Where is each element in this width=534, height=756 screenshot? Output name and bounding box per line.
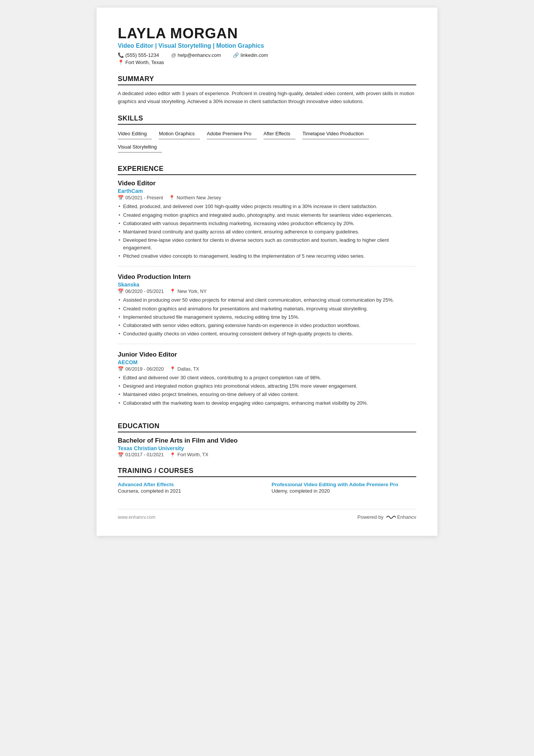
bullet-item: Assisted in producing over 50 video proj… <box>118 296 416 304</box>
jobs-container: Video Editor EarthCam 📅 05/2021 - Presen… <box>118 180 416 413</box>
linkedin-text: linkedin.com <box>240 52 268 58</box>
education-section: EDUCATION Bachelor of Fine Arts in Film … <box>118 422 416 458</box>
bullet-item: Edited and delivered over 30 client vide… <box>118 374 416 382</box>
summary-text: A dedicated video editor with 3 years of… <box>118 90 416 106</box>
phone-contact: 📞 (555) 555-1234 <box>118 52 159 58</box>
footer-brand: Powered by Enhancv <box>358 514 416 521</box>
location-icon: 📍 <box>118 59 124 65</box>
footer: www.enhancv.com Powered by Enhancv <box>118 509 416 521</box>
email-contact: @ help@enhancv.com <box>171 52 221 58</box>
phone-text: (555) 555-1234 <box>125 52 159 58</box>
bullet-item: Conducted quality checks on video conten… <box>118 330 416 338</box>
edu-location: 📍 Fort Worth, TX <box>170 452 208 458</box>
calendar-icon: 📅 <box>118 288 124 294</box>
edu-dates: 📅 01/2017 - 01/2021 <box>118 452 164 458</box>
skill-tag: Visual Storytelling <box>118 142 162 153</box>
training-section: TRAINING / COURSES Advanced After Effect… <box>118 467 416 494</box>
link-icon: 🔗 <box>233 52 239 58</box>
enhancv-icon <box>386 514 396 521</box>
experience-section: EXPERIENCE Video Editor EarthCam 📅 05/20… <box>118 165 416 413</box>
email-icon: @ <box>171 52 176 58</box>
job-dates: 📅 06/2019 - 06/2020 <box>118 366 164 372</box>
calendar-icon: 📅 <box>118 452 124 458</box>
applicant-title: Video Editor | Visual Storytelling | Mot… <box>118 42 416 49</box>
job-meta: 📅 06/2020 - 05/2021 📍 New York, NY <box>118 288 416 294</box>
calendar-icon: 📅 <box>118 195 124 200</box>
bullet-item: Maintained brand continuity and quality … <box>118 228 416 236</box>
skill-tag: Timelapse Video Production <box>302 129 369 139</box>
location-text: Fort Worth, Texas <box>125 59 164 65</box>
location-icon-job: 📍 <box>169 195 175 200</box>
skill-tag: Motion Graphics <box>159 129 200 139</box>
job-location: 📍 Northern New Jersey <box>169 195 221 200</box>
training-item: Advanced After Effects Coursera, complet… <box>118 482 262 494</box>
header: LAYLA MORGAN Video Editor | Visual Story… <box>118 26 416 66</box>
skills-title: SKILLS <box>118 114 416 125</box>
bullet-list: Edited, produced, and delivered over 100… <box>118 203 416 260</box>
bullet-list: Edited and delivered over 30 client vide… <box>118 374 416 407</box>
bullet-item: Pitched creative video concepts to manag… <box>118 252 416 260</box>
location-icon-job: 📍 <box>170 366 176 372</box>
education-title: EDUCATION <box>118 422 416 432</box>
bullet-item: Developed time-lapse video content for c… <box>118 236 416 252</box>
summary-section: SUMMARY A dedicated video editor with 3 … <box>118 75 416 106</box>
location-contact: 📍 Fort Worth, Texas <box>118 59 164 65</box>
bullet-item: Created engaging motion graphics and int… <box>118 211 416 219</box>
bullet-item: Created motion graphics and animations f… <box>118 305 416 313</box>
edu-school: Texas Christian University <box>118 445 416 451</box>
skill-tag: Adobe Premiere Pro <box>207 129 257 139</box>
skill-tag: Video Editing <box>118 129 152 139</box>
calendar-icon: 📅 <box>118 366 124 372</box>
footer-website: www.enhancv.com <box>118 515 155 520</box>
location-icon-job: 📍 <box>170 288 176 294</box>
enhancv-text: Enhancv <box>397 514 416 520</box>
job-entry: Video Production Intern Skanska 📅 06/202… <box>118 273 416 344</box>
bullet-list: Assisted in producing over 50 video proj… <box>118 296 416 338</box>
bullet-item: Collaborated with various departments in… <box>118 220 416 227</box>
job-meta: 📅 06/2019 - 06/2020 📍 Dallas, TX <box>118 366 416 372</box>
enhancv-logo: Enhancv <box>386 514 416 521</box>
edu-degree: Bachelor of Fine Arts in Film and Video <box>118 437 416 445</box>
training-title-item: Professional Video Editing with Adobe Pr… <box>272 482 416 487</box>
linkedin-contact: 🔗 linkedin.com <box>233 52 268 58</box>
job-location: 📍 Dallas, TX <box>170 366 199 372</box>
applicant-name: LAYLA MORGAN <box>118 26 416 42</box>
bullet-item: Maintained video project timelines, ensu… <box>118 391 416 398</box>
job-title: Junior Video Editor <box>118 351 416 358</box>
job-location: 📍 New York, NY <box>170 288 206 294</box>
summary-title: SUMMARY <box>118 75 416 85</box>
skill-tag: After Effects <box>264 129 296 139</box>
bullet-item: Implemented structured file management s… <box>118 313 416 321</box>
job-entry: Video Editor EarthCam 📅 05/2021 - Presen… <box>118 180 416 266</box>
job-title: Video Production Intern <box>118 273 416 281</box>
training-sub: Udemy, completed in 2020 <box>272 488 416 494</box>
powered-by-text: Powered by <box>358 514 384 520</box>
experience-title: EXPERIENCE <box>118 165 416 175</box>
job-meta: 📅 05/2021 - Present 📍 Northern New Jerse… <box>118 195 416 200</box>
edu-meta: 📅 01/2017 - 01/2021 📍 Fort Worth, TX <box>118 452 416 458</box>
bullet-item: Collaborated with the marketing team to … <box>118 399 416 407</box>
job-entry: Junior Video Editor AECOM 📅 06/2019 - 06… <box>118 351 416 413</box>
location-row: 📍 Fort Worth, Texas <box>118 59 416 66</box>
job-dates: 📅 06/2020 - 05/2021 <box>118 288 164 294</box>
bullet-item: Designed and integrated motion graphics … <box>118 382 416 390</box>
phone-icon: 📞 <box>118 52 124 58</box>
job-dates: 📅 05/2021 - Present <box>118 195 163 200</box>
skills-row: Video EditingMotion GraphicsAdobe Premie… <box>118 129 416 156</box>
training-title-item: Advanced After Effects <box>118 482 262 487</box>
location-icon-edu: 📍 <box>170 452 176 458</box>
job-company: EarthCam <box>118 188 416 194</box>
contact-row: 📞 (555) 555-1234 @ help@enhancv.com 🔗 li… <box>118 52 416 59</box>
training-title: TRAINING / COURSES <box>118 467 416 477</box>
education-entry: Bachelor of Fine Arts in Film and Video … <box>118 437 416 458</box>
bullet-item: Collaborated with senior video editors, … <box>118 322 416 329</box>
job-company: AECOM <box>118 359 416 365</box>
email-text: help@enhancv.com <box>178 52 221 58</box>
job-company: Skanska <box>118 282 416 288</box>
skills-section: SKILLS Video EditingMotion GraphicsAdobe… <box>118 114 416 156</box>
training-item: Professional Video Editing with Adobe Pr… <box>272 482 416 494</box>
bullet-item: Edited, produced, and delivered over 100… <box>118 203 416 210</box>
resume-page: LAYLA MORGAN Video Editor | Visual Story… <box>97 8 437 536</box>
job-title: Video Editor <box>118 180 416 187</box>
training-sub: Coursera, completed in 2021 <box>118 488 262 494</box>
